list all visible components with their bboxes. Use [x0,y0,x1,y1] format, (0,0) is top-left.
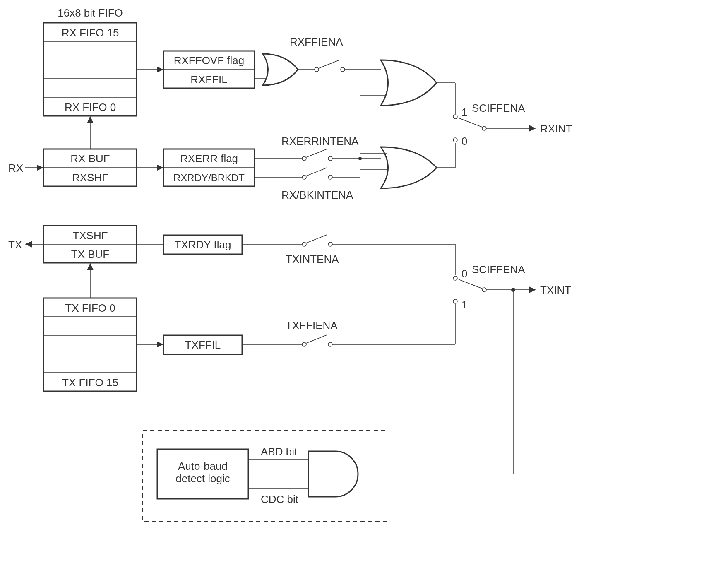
svg-line-19 [319,60,339,68]
arrow-up-icon [87,116,94,123]
sciffena-tx-label: SCIFFENA [472,263,525,276]
rx-mux-zero-label: 0 [461,135,467,147]
svg-line-60 [306,235,327,243]
arrow-right-icon [157,67,163,72]
svg-point-43 [453,138,457,142]
rxbkintena-switch [255,168,387,179]
svg-line-24 [306,149,327,157]
arrow-right-icon [529,125,536,132]
rxshf-label: RXSHF [72,171,108,184]
svg-point-18 [315,67,319,72]
tx-buf-block: TXSHF TX BUF [43,226,137,263]
cdc-label: CDC bit [261,493,299,505]
txintena-switch [242,235,455,246]
rx-mux-one-label: 1 [461,106,467,118]
svg-point-77 [511,288,515,292]
rxffiena-switch [298,60,381,72]
txffiena-label: TXFFIENA [286,319,338,332]
txrdy-block: TXRDY flag [163,235,242,254]
rxffiena-label: RXFFIENA [290,36,343,48]
arrow-right-icon [157,342,163,347]
rxerr-label: RXERR flag [180,152,238,165]
sci-fifo-interrupt-diagram: RX FIFO 15 RX FIFO 0 16x8 bit FIFO RX BU… [0,0,728,563]
svg-point-59 [302,242,306,246]
rxerrintena-switch [255,149,381,161]
svg-line-45 [459,118,482,127]
txffil-block: TXFFIL [163,335,242,354]
or-gate-big-bottom [381,147,437,188]
tx-fifo-bottom-label: TX FIFO 15 [62,376,118,389]
svg-point-28 [302,175,306,179]
txbuf-label: TX BUF [71,248,109,260]
svg-text:detect logic: detect logic [175,472,230,485]
rx-buf-label: RX BUF [70,152,110,165]
rx-fifo-block: RX FIFO 15 RX FIFO 0 [43,23,137,116]
rx-fifo-top-label: RX FIFO 15 [62,26,119,39]
svg-line-29 [306,168,327,176]
svg-text:Auto-baud: Auto-baud [178,460,228,472]
rx-err-block: RXERR flag RXRDY/BRKDT [163,149,255,186]
sciffena-rx-label: SCIFFENA [472,102,525,114]
rxerrintena-label: RXERRINTENA [281,135,359,147]
svg-point-44 [482,126,486,130]
svg-point-66 [302,342,306,346]
txint-label: TXINT [540,284,571,296]
rxffil-label: RXFFIL [190,73,228,86]
svg-point-35 [358,157,362,160]
txintena-label: TXINTENA [286,253,339,265]
svg-point-74 [482,288,486,292]
svg-line-67 [306,335,327,343]
rx-pin-label: RX [8,162,23,174]
rx-buf-block: RX BUF RXSHF [43,149,137,186]
arrow-up-icon [87,263,94,270]
tx-mux-zero-label: 0 [461,267,467,280]
arrow-left-icon [25,241,32,248]
and-gate [308,451,358,497]
svg-line-75 [459,279,482,289]
rx-fifo-bottom-label: RX FIFO 0 [65,101,116,113]
svg-point-20 [341,67,345,72]
autobaud-block: Auto-baud detect logic [157,449,248,499]
tx-fifo-block: TX FIFO 0 TX FIFO 15 [43,298,137,391]
rxbkintena-label: RX/BKINTENA [281,189,353,201]
or-gate-big-top [381,60,437,106]
rxffovf-label: RXFFOVF flag [174,54,244,67]
or-gate-small-top [255,54,298,85]
arrow-right-icon [157,165,163,171]
txffil-label: TXFFIL [185,339,221,351]
rx-flag-block: RXFFOVF flag RXFFIL [163,51,255,88]
arrow-right-icon [529,286,536,293]
svg-point-73 [453,299,457,303]
diagram-title: 16x8 bit FIFO [58,7,123,19]
svg-point-23 [302,156,306,161]
tx-fifo-top-label: TX FIFO 0 [65,302,115,314]
rxrdy-label: RXRDY/BRKDT [173,172,245,183]
tx-pin-label: TX [8,238,22,251]
txffiena-switch [242,335,455,346]
svg-point-61 [328,242,332,246]
txrdy-label: TXRDY flag [175,238,231,251]
tx-mux-one-label: 1 [461,298,467,311]
svg-point-30 [328,175,332,179]
svg-point-40 [453,115,457,119]
svg-point-68 [328,342,332,346]
arrow-right-icon [37,165,43,171]
svg-point-71 [453,276,457,280]
rxint-label: RXINT [540,123,572,135]
abd-label: ABD bit [261,445,298,458]
svg-point-25 [328,156,332,161]
txshf-label: TXSHF [72,229,108,242]
